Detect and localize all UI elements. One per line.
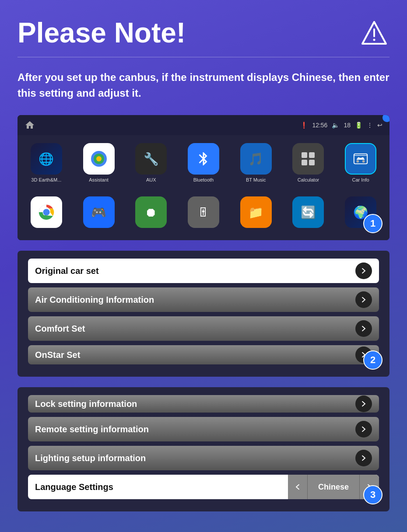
battery-icon: 🔋 xyxy=(355,122,362,129)
app-folder[interactable]: 📁 xyxy=(230,193,282,234)
more-icon: ⋮ xyxy=(367,122,373,129)
menu-label-original-car-set: Original car set xyxy=(35,266,99,276)
menu-label-lock-setting: Lock setting information xyxy=(35,399,137,409)
app-chrome[interactable] xyxy=(20,193,73,234)
menu-label-remote-setting: Remote setting information xyxy=(35,424,149,434)
menu-item-lighting-setup[interactable]: Lighting setup information xyxy=(28,446,379,470)
app-label-btmusic: BT Music xyxy=(246,177,266,182)
chevron-lighting-setup[interactable] xyxy=(355,450,372,466)
app-icon-bluetooth xyxy=(188,143,219,175)
app-icon-aux: 🔧 xyxy=(135,143,167,175)
app-label-calculator: Calculator xyxy=(298,177,319,182)
app-aux[interactable]: 🔧 AUX xyxy=(125,140,177,186)
status-right: ❗ 12:56 🔈 18 🔋 ⋮ ↩ xyxy=(300,122,382,129)
app-bluetooth[interactable]: Bluetooth xyxy=(177,140,230,186)
step2-menu: Original car set Air Conditioning Inform… xyxy=(18,251,389,377)
app-icon-carinfo xyxy=(345,143,376,175)
menu-label-air-conditioning: Air Conditioning Information xyxy=(35,295,154,305)
chevron-remote-setting[interactable] xyxy=(355,421,372,438)
svg-point-16 xyxy=(44,210,49,215)
step3-menu: Lock setting information Remote setting … xyxy=(18,387,389,511)
menu-item-lock-setting[interactable]: Lock setting information xyxy=(28,395,379,413)
app-label-assistant: Assistant xyxy=(89,177,109,182)
language-prev-button[interactable] xyxy=(288,475,307,499)
menu-item-comfort-set[interactable]: Comfort Set xyxy=(28,316,379,341)
menu-item-original-car-set[interactable]: Original car set xyxy=(28,259,379,283)
app-grid-row1: 🌐 3D Earth&M... Assistant 🔧 AUX Bluetoot… xyxy=(18,135,389,189)
app-icon-calculator xyxy=(292,143,324,175)
home-icon xyxy=(25,120,35,130)
app-assistant[interactable]: Assistant xyxy=(73,140,125,186)
step2-badge: 2 xyxy=(363,350,382,370)
header: Please Note! xyxy=(18,18,389,48)
svg-rect-6 xyxy=(302,152,307,158)
app-steering[interactable]: 🎮 xyxy=(73,193,125,234)
app-icon-btmusic: 🎵 xyxy=(240,143,272,175)
chevron-original-car-set[interactable] xyxy=(355,262,372,279)
app-btmusic[interactable]: 🎵 BT Music xyxy=(230,140,282,186)
step3-badge: 3 xyxy=(363,485,382,504)
volume-value: 18 xyxy=(344,122,351,129)
chevron-comfort-set[interactable] xyxy=(355,320,372,337)
back-icon: ↩ xyxy=(377,122,382,129)
app-3d-earth[interactable]: 🌐 3D Earth&M... xyxy=(20,140,73,186)
app-carinfo[interactable]: Car Info xyxy=(334,140,387,186)
warning-icon xyxy=(359,18,389,48)
svg-point-12 xyxy=(362,160,365,163)
app-dot[interactable]: ⏺ xyxy=(125,193,177,234)
app-sync[interactable]: 🔄 xyxy=(282,193,335,234)
app-calculator[interactable]: Calculator xyxy=(282,140,335,186)
chevron-lock-setting[interactable] xyxy=(355,396,372,412)
app-label-aux: AUX xyxy=(146,177,156,182)
divider xyxy=(18,57,389,57)
svg-point-2 xyxy=(373,39,375,41)
app-label-3d-earth: 3D Earth&M... xyxy=(31,177,61,182)
alert-icon: ❗ xyxy=(300,122,308,129)
menu-item-onstar-set[interactable]: OnStar Set xyxy=(28,345,379,364)
app-icon-sync: 🔄 xyxy=(292,196,324,228)
menu-label-onstar-set: OnStar Set xyxy=(35,350,80,360)
menu-label-comfort-set: Comfort Set xyxy=(35,324,85,334)
app-label-bluetooth: Bluetooth xyxy=(193,177,214,182)
step1-screen: ❗ 12:56 🔈 18 🔋 ⋮ ↩ 🌐 3D Earth&M... Assis… xyxy=(18,115,389,240)
app-icon-steering: 🎮 xyxy=(83,196,115,228)
description: After you set up the canbus, if the inst… xyxy=(18,70,389,101)
menu-label-lighting-setup: Lighting setup information xyxy=(35,453,146,463)
time-display: 12:56 xyxy=(312,122,327,129)
svg-rect-8 xyxy=(302,160,307,165)
svg-rect-7 xyxy=(309,152,315,158)
app-grid-row2: 🎮 ⏺ 🎚 📁 🔄 🌍 xyxy=(18,189,389,240)
menu-item-remote-setting[interactable]: Remote setting information xyxy=(28,417,379,441)
app-icon-3d-earth: 🌐 xyxy=(31,143,62,175)
menu-item-air-conditioning[interactable]: Air Conditioning Information xyxy=(28,287,379,312)
app-icon-folder: 📁 xyxy=(240,196,272,228)
app-eq[interactable]: 🎚 xyxy=(177,193,230,234)
app-icon-assistant xyxy=(83,143,115,175)
menu-item-language-settings[interactable]: Language Settings Chinese xyxy=(28,475,379,499)
app-label-carinfo: Car Info xyxy=(352,177,369,182)
svg-rect-9 xyxy=(309,160,315,165)
svg-point-11 xyxy=(357,160,359,163)
language-current-value: Chinese xyxy=(307,475,360,499)
app-icon-dot: ⏺ xyxy=(135,196,167,228)
status-left xyxy=(25,120,35,130)
status-bar: ❗ 12:56 🔈 18 🔋 ⋮ ↩ xyxy=(18,115,389,135)
page-title: Please Note! xyxy=(18,18,186,48)
app-icon-chrome xyxy=(31,196,62,228)
language-settings-label: Language Settings xyxy=(28,482,288,492)
svg-point-5 xyxy=(96,156,102,161)
app-icon-eq: 🎚 xyxy=(188,196,219,228)
chevron-air-conditioning[interactable] xyxy=(355,291,372,308)
volume-icon: 🔈 xyxy=(332,122,339,129)
